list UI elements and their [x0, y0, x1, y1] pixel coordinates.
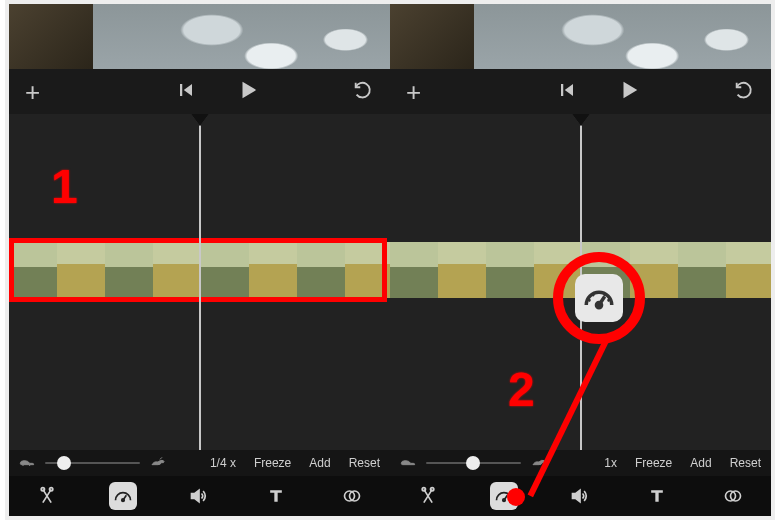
speed-value: 1x: [604, 456, 617, 470]
svg-point-2: [50, 488, 53, 491]
video-preview: [9, 4, 390, 69]
undo-button[interactable]: [733, 79, 755, 105]
actions-tool[interactable]: [33, 482, 61, 510]
svg-rect-6: [561, 84, 563, 96]
add-speed-button[interactable]: Add: [690, 456, 711, 470]
playhead-marker-icon: [572, 114, 590, 126]
speed-control-bar: 1x Freeze Add Reset: [390, 450, 771, 476]
playhead-marker-icon: [191, 114, 209, 126]
annotation-step-2: 2: [508, 362, 535, 417]
speed-indicator-button[interactable]: [575, 274, 623, 322]
speed-slider-knob[interactable]: [466, 456, 480, 470]
transport-bar: +: [9, 69, 390, 114]
editor-left-panel: + 1: [9, 4, 390, 516]
tool-bar: [9, 476, 390, 516]
volume-tool[interactable]: [566, 482, 594, 510]
add-speed-button[interactable]: Add: [309, 456, 330, 470]
tool-bar: [390, 476, 771, 516]
filters-tool[interactable]: [338, 482, 366, 510]
transport-bar: +: [390, 69, 771, 114]
titles-tool[interactable]: [262, 482, 290, 510]
svg-point-7: [596, 303, 601, 308]
annotation-step-1: 1: [51, 159, 78, 214]
freeze-button[interactable]: Freeze: [254, 456, 291, 470]
svg-point-1: [41, 488, 44, 491]
skip-start-button[interactable]: [558, 81, 576, 103]
reset-speed-button[interactable]: Reset: [349, 456, 380, 470]
add-media-button[interactable]: +: [406, 76, 421, 107]
speed-value: 1/4 x: [210, 456, 236, 470]
tortoise-icon: [400, 454, 416, 473]
speed-slider[interactable]: [45, 455, 140, 471]
tortoise-icon: [19, 454, 35, 473]
speed-control-bar: 1/4 x Freeze Add Reset: [9, 450, 390, 476]
svg-point-3: [122, 499, 125, 502]
filters-tool[interactable]: [719, 482, 747, 510]
svg-point-8: [422, 488, 425, 491]
freeze-button[interactable]: Freeze: [635, 456, 672, 470]
speed-slider-knob[interactable]: [57, 456, 71, 470]
hare-icon: [150, 454, 166, 473]
volume-tool[interactable]: [185, 482, 213, 510]
skip-start-button[interactable]: [177, 81, 195, 103]
video-preview: [390, 4, 771, 69]
svg-point-10: [503, 499, 506, 502]
reset-speed-button[interactable]: Reset: [730, 456, 761, 470]
titles-tool[interactable]: [643, 482, 671, 510]
editor-right-panel: + 2: [390, 4, 771, 516]
add-media-button[interactable]: +: [25, 76, 40, 107]
play-button[interactable]: [618, 79, 640, 105]
speed-slider[interactable]: [426, 455, 521, 471]
undo-button[interactable]: [352, 79, 374, 105]
svg-point-9: [431, 488, 434, 491]
annotation-dot: [507, 488, 525, 506]
svg-rect-0: [180, 84, 182, 96]
speed-tool[interactable]: [109, 482, 137, 510]
actions-tool[interactable]: [414, 482, 442, 510]
playhead[interactable]: [199, 114, 201, 450]
play-button[interactable]: [237, 79, 259, 105]
